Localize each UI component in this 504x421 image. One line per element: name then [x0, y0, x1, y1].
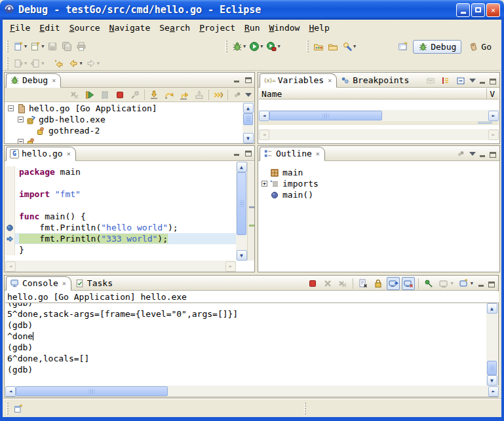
editor-overview-ruler[interactable]	[247, 162, 254, 261]
tree-item[interactable]: main()	[259, 189, 499, 200]
forward-dropdown[interactable]: ▼	[97, 61, 100, 66]
close-tab-icon[interactable]: ✕	[62, 280, 66, 287]
editor-line[interactable]: fmt.Println("hello world");	[5, 222, 236, 233]
step-into-button[interactable]	[147, 88, 161, 102]
drop-to-frame-button[interactable]	[192, 88, 206, 102]
close-tab-icon[interactable]: ✕	[316, 150, 320, 157]
menu-run[interactable]: Run	[240, 21, 264, 35]
open-resource-button[interactable]	[326, 39, 340, 54]
pin-console-button[interactable]	[422, 277, 435, 290]
maximize-view-button[interactable]	[244, 75, 252, 83]
console-output[interactable]: (gdb) 5^done,stack-args=[frame={level="0…	[5, 303, 488, 386]
new-wizard-button[interactable]	[11, 39, 26, 54]
debug-options-icon[interactable]	[230, 88, 244, 102]
minimize-view-button[interactable]	[232, 149, 241, 156]
view-menu-icon[interactable]	[469, 79, 476, 86]
menu-help[interactable]: Help	[304, 21, 334, 35]
next-annotation-dropdown[interactable]: ▼	[24, 61, 27, 66]
maximize-button[interactable]	[471, 3, 485, 17]
last-edit-location-button[interactable]	[52, 56, 66, 71]
console-line[interactable]: ^done	[5, 331, 488, 342]
console-line[interactable]: (gdb)	[5, 320, 488, 331]
collapse-expander-icon[interactable]: −	[18, 139, 24, 143]
code-text[interactable]: }	[15, 244, 236, 255]
tree-item[interactable]: +imports	[259, 178, 499, 189]
editor-v-scrollbar[interactable]: ▲▼	[236, 162, 247, 261]
toolbar-drag-handle[interactable]	[7, 58, 9, 69]
tab-variables[interactable]: (x)= Variables ✕	[260, 73, 337, 88]
close-tab-icon[interactable]: ✕	[328, 77, 332, 84]
code-text[interactable]	[15, 177, 236, 189]
view-menu-icon[interactable]	[245, 93, 252, 100]
save-button[interactable]	[45, 39, 60, 54]
remove-launch-button[interactable]	[321, 277, 334, 290]
toolbar-drag-handle[interactable]	[7, 41, 9, 52]
external-tools-button[interactable]	[264, 39, 279, 54]
collapse-expander-icon[interactable]: −	[8, 105, 14, 111]
code-text[interactable]: import "fmt"	[15, 189, 236, 200]
editor-gutter[interactable]	[5, 200, 15, 211]
forward-button[interactable]	[84, 56, 98, 71]
tab-debug[interactable]: Debug ✕	[6, 73, 61, 88]
search-button[interactable]	[340, 39, 355, 54]
maximize-view-button[interactable]	[488, 150, 497, 158]
status-drag-handle[interactable]	[7, 403, 9, 414]
run-launch-button[interactable]	[247, 39, 262, 54]
perspective-debug-button[interactable]: Debug	[413, 40, 461, 54]
code-text[interactable]	[15, 200, 236, 211]
debug-dropdown[interactable]: ▼	[243, 44, 246, 49]
editor-line[interactable]	[5, 177, 236, 189]
use-step-filters-button[interactable]	[211, 88, 225, 102]
editor-line[interactable]: fmt.Println("333 world");	[5, 233, 236, 244]
debug-tree-scrollbar[interactable]: ▲▼	[242, 103, 254, 143]
minimize-view-button[interactable]	[476, 280, 485, 287]
open-console-dropdown[interactable]: ▼	[471, 281, 473, 286]
tab-breakpoints[interactable]: Breakpoints	[337, 73, 414, 88]
tab-tasks[interactable]: Tasks	[71, 276, 117, 291]
print-button[interactable]	[74, 39, 88, 54]
code-text[interactable]: fmt.Println("hello world");	[15, 222, 236, 233]
previous-annotation-dropdown[interactable]: ▼	[41, 61, 44, 66]
editor-line[interactable]: package main	[5, 166, 236, 177]
status-drag-handle[interactable]	[304, 403, 306, 414]
remove-all-terminated-button[interactable]	[68, 88, 82, 102]
editor-line[interactable]	[5, 200, 236, 211]
editor-h-scrollbar[interactable]: ◄►	[5, 261, 236, 272]
open-perspective-button[interactable]	[396, 39, 410, 54]
console-line[interactable]: (gdb)	[5, 364, 488, 375]
menu-window[interactable]: Window	[264, 21, 304, 35]
scroll-lock-button[interactable]	[372, 277, 385, 290]
menu-navigate[interactable]: Navigate	[105, 21, 155, 35]
minimize-button[interactable]	[456, 3, 470, 17]
resume-button[interactable]	[83, 88, 97, 102]
disconnect-button[interactable]	[128, 88, 142, 102]
menu-file[interactable]: File	[5, 21, 35, 35]
console-line[interactable]: 6^done,locals=[]	[5, 353, 488, 364]
close-tab-icon[interactable]: ✕	[67, 150, 71, 157]
suspend-button[interactable]	[98, 88, 112, 102]
tab-editor-hello-go[interactable]: G hello.go ✕	[6, 147, 76, 161]
editor-line[interactable]: func main() {	[5, 211, 236, 222]
variables-column-header[interactable]: Name V	[259, 88, 499, 100]
show-type-names-button[interactable]	[424, 74, 437, 87]
perspective-go-button[interactable]: Go	[464, 41, 496, 53]
maximize-view-button[interactable]	[488, 77, 497, 84]
tab-console[interactable]: Console ✕	[6, 276, 71, 291]
editor-gutter[interactable]	[5, 166, 15, 177]
outline-options-icon[interactable]	[454, 147, 467, 160]
back-dropdown[interactable]: ▼	[79, 61, 82, 66]
maximize-view-button[interactable]	[244, 149, 252, 156]
menu-project[interactable]: Project	[195, 21, 240, 35]
variables-h-scrollbar[interactable]: ◄►	[259, 110, 499, 121]
console-line[interactable]: 5^done,stack-args=[frame={level="0",args…	[5, 308, 488, 320]
code-editor[interactable]: package mainimport "fmt"func main() { fm…	[5, 164, 236, 257]
minimize-view-button[interactable]	[232, 75, 241, 83]
clear-console-button[interactable]	[357, 277, 370, 290]
editor-line[interactable]: }	[5, 244, 236, 255]
editor-gutter[interactable]	[5, 189, 15, 200]
code-text[interactable]: func main() {	[15, 211, 236, 222]
minimize-view-button[interactable]	[478, 150, 486, 158]
maximize-view-button[interactable]	[487, 280, 495, 287]
close-tab-icon[interactable]: ✕	[52, 77, 56, 84]
back-button[interactable]	[66, 56, 81, 71]
